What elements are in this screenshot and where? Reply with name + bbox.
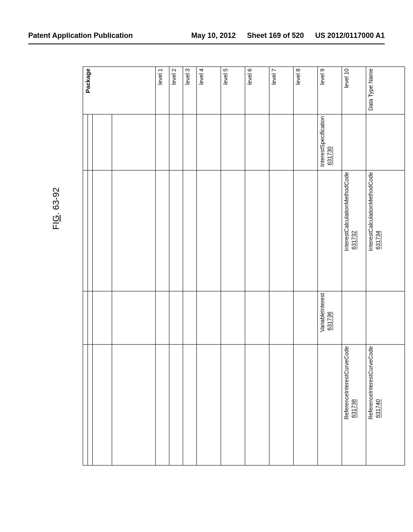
col-level6: level 6 [245, 67, 269, 114]
header-pubno: US 2012/0117000 A1 [315, 31, 385, 40]
header-sheet: Sheet 169 of 520 [247, 31, 304, 40]
col-level10: level 10 [342, 67, 366, 114]
figure-label: FIG. 63-92 [51, 187, 61, 230]
table-row: InterestCalculationMethodCode631732 Inte… [83, 170, 405, 291]
header-date: May 10, 2012 [191, 31, 236, 40]
hierarchy-table: Package level 1 level 2 level 3 level 4 … [83, 66, 341, 467]
cell-datatype: InterestCalculationMethodCode631734 [366, 170, 405, 291]
col-level2: level 2 [169, 67, 183, 114]
cell-level10: InterestCalculationMethodCode631732 [342, 170, 366, 291]
cell-level10: ReferenceInterestCurveCode631738 [342, 344, 366, 465]
cell-level9: VariableInterest631736 [318, 291, 342, 344]
col-level8: level 8 [294, 67, 318, 114]
col-level3: level 3 [183, 67, 197, 114]
col-datatype: Data Type Name [366, 67, 405, 114]
col-level9: level 9 [318, 67, 342, 114]
col-level4: level 4 [197, 67, 221, 114]
table-row: ReferenceInterestCurveCode631738 Referen… [83, 344, 405, 465]
table-row: VariableInterest631736 [83, 291, 405, 344]
cell-datatype: ReferenceInterestCurveCode631740 [366, 344, 405, 465]
col-level1: level 1 [156, 67, 169, 114]
header-left: Patent Application Publication [28, 31, 133, 40]
col-level5: level 5 [221, 67, 245, 114]
header-rule [28, 44, 385, 44]
col-package: Package [83, 67, 156, 114]
col-level7: level 7 [269, 67, 294, 114]
cell-level9: InterestSpecification631730 [318, 114, 342, 170]
table-row: InterestSpecification631730 [83, 114, 405, 170]
page-header: Patent Application Publication May 10, 2… [0, 31, 413, 40]
